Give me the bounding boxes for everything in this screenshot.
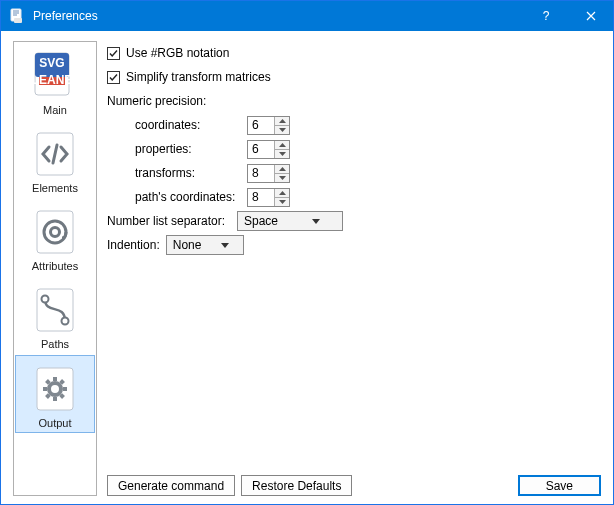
button-bar: Generate command Restore Defaults Save	[107, 471, 601, 496]
titlebar: Preferences ?	[1, 1, 613, 31]
sidebar-item-output[interactable]: Output	[15, 355, 95, 433]
svg-line-21	[47, 381, 50, 384]
sidebar-item-elements[interactable]: Elements	[14, 120, 96, 198]
spin-up-icon[interactable]	[275, 189, 289, 197]
transforms-label: transforms:	[135, 166, 247, 180]
number-separator-select[interactable]: Space	[237, 211, 343, 231]
output-form: Use #RGB notation Simplify transform mat…	[107, 41, 601, 471]
save-button[interactable]: Save	[518, 475, 601, 496]
properties-input[interactable]	[248, 141, 274, 158]
spin-up-icon[interactable]	[275, 165, 289, 173]
svg-line-24	[61, 381, 64, 384]
close-button[interactable]	[568, 1, 613, 31]
spin-down-icon[interactable]	[275, 149, 289, 158]
sidebar-item-label: Paths	[41, 338, 69, 350]
use-rgb-label: Use #RGB notation	[126, 46, 229, 60]
sidebar-item-paths[interactable]: Paths	[14, 276, 96, 354]
at-icon	[28, 204, 82, 258]
sidebar-item-label: Attributes	[32, 260, 78, 272]
chevron-down-icon	[290, 219, 342, 224]
sidebar: SVG CLEANER Main Elements	[13, 41, 97, 496]
svg-rect-9	[37, 211, 73, 253]
paths-icon	[28, 282, 82, 336]
dialog-body: SVG CLEANER Main Elements	[1, 31, 613, 504]
paths-coordinates-input[interactable]	[248, 189, 274, 206]
paths-coordinates-label: path's coordinates:	[135, 190, 247, 204]
indention-value: None	[167, 238, 208, 252]
code-icon	[28, 126, 82, 180]
spin-up-icon[interactable]	[275, 117, 289, 125]
use-rgb-checkbox[interactable]	[107, 47, 120, 60]
properties-label: properties:	[135, 142, 247, 156]
svg-line-22	[61, 395, 64, 398]
restore-defaults-button[interactable]: Restore Defaults	[241, 475, 352, 496]
preferences-window: Preferences ? SVG CLEANER Main	[0, 0, 614, 505]
svg-cleaner-icon: SVG CLEANER	[28, 48, 82, 102]
chevron-down-icon	[207, 243, 242, 248]
svg-text:SVG: SVG	[39, 56, 64, 70]
spin-down-icon[interactable]	[275, 197, 289, 206]
transforms-spin[interactable]	[247, 164, 290, 183]
svg-rect-1	[14, 18, 22, 23]
svg-text:?: ?	[542, 10, 549, 22]
gear-icon	[28, 361, 82, 415]
spin-down-icon[interactable]	[275, 173, 289, 182]
svg-text:CLEANER: CLEANER	[29, 73, 81, 87]
generate-command-button[interactable]: Generate command	[107, 475, 235, 496]
sidebar-item-label: Elements	[32, 182, 78, 194]
transforms-input[interactable]	[248, 165, 274, 182]
svg-point-13	[42, 296, 49, 303]
numeric-precision-label: Numeric precision:	[107, 94, 206, 108]
sidebar-item-attributes[interactable]: Attributes	[14, 198, 96, 276]
coordinates-label: coordinates:	[135, 118, 247, 132]
app-icon	[9, 8, 25, 24]
coordinates-input[interactable]	[248, 117, 274, 134]
help-button[interactable]: ?	[523, 1, 568, 31]
sidebar-item-label: Main	[43, 104, 67, 116]
spin-down-icon[interactable]	[275, 125, 289, 134]
sidebar-item-main[interactable]: SVG CLEANER Main	[14, 42, 96, 120]
simplify-transform-label: Simplify transform matrices	[126, 70, 271, 84]
properties-spin[interactable]	[247, 140, 290, 159]
spin-up-icon[interactable]	[275, 141, 289, 149]
simplify-transform-checkbox[interactable]	[107, 71, 120, 84]
content-panel: Use #RGB notation Simplify transform mat…	[107, 41, 601, 496]
indention-select[interactable]: None	[166, 235, 244, 255]
svg-rect-15	[37, 368, 73, 410]
window-title: Preferences	[33, 9, 523, 23]
indention-label: Indention:	[107, 238, 160, 252]
sidebar-item-label: Output	[38, 417, 71, 429]
number-separator-value: Space	[238, 214, 290, 228]
number-separator-label: Number list separator:	[107, 214, 231, 228]
coordinates-spin[interactable]	[247, 116, 290, 135]
svg-point-14	[62, 318, 69, 325]
svg-line-23	[47, 395, 50, 398]
paths-coordinates-spin[interactable]	[247, 188, 290, 207]
